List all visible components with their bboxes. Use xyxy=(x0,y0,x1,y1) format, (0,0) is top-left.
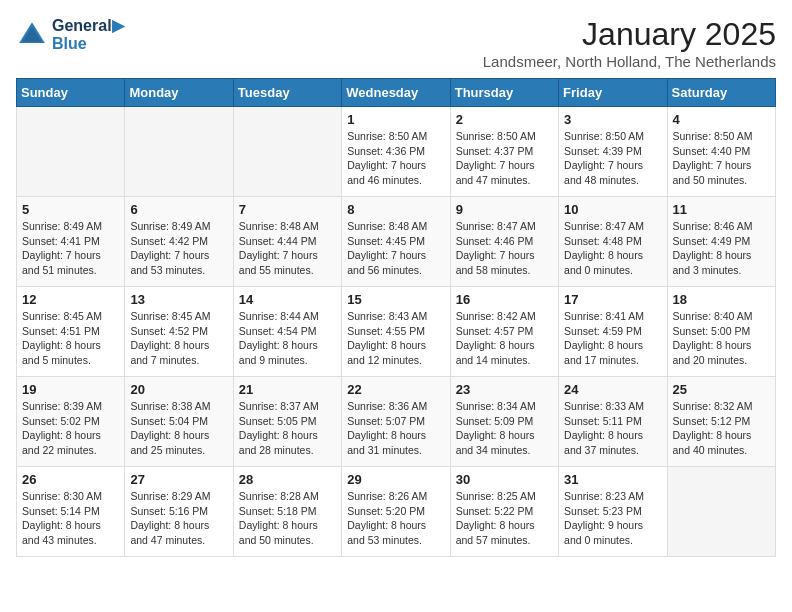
day-info: Sunrise: 8:45 AM Sunset: 4:52 PM Dayligh… xyxy=(130,309,227,368)
day-info: Sunrise: 8:38 AM Sunset: 5:04 PM Dayligh… xyxy=(130,399,227,458)
week-row-4: 19Sunrise: 8:39 AM Sunset: 5:02 PM Dayli… xyxy=(17,377,776,467)
day-number: 2 xyxy=(456,112,553,127)
calendar-cell: 25Sunrise: 8:32 AM Sunset: 5:12 PM Dayli… xyxy=(667,377,775,467)
day-info: Sunrise: 8:26 AM Sunset: 5:20 PM Dayligh… xyxy=(347,489,444,548)
calendar-cell: 31Sunrise: 8:23 AM Sunset: 5:23 PM Dayli… xyxy=(559,467,667,557)
calendar-cell: 20Sunrise: 8:38 AM Sunset: 5:04 PM Dayli… xyxy=(125,377,233,467)
day-number: 14 xyxy=(239,292,336,307)
logo-text: General▶ Blue xyxy=(52,16,124,53)
calendar-cell: 29Sunrise: 8:26 AM Sunset: 5:20 PM Dayli… xyxy=(342,467,450,557)
day-number: 22 xyxy=(347,382,444,397)
day-info: Sunrise: 8:49 AM Sunset: 4:41 PM Dayligh… xyxy=(22,219,119,278)
title-area: January 2025 Landsmeer, North Holland, T… xyxy=(483,16,776,70)
day-number: 1 xyxy=(347,112,444,127)
week-row-2: 5Sunrise: 8:49 AM Sunset: 4:41 PM Daylig… xyxy=(17,197,776,287)
calendar-cell: 16Sunrise: 8:42 AM Sunset: 4:57 PM Dayli… xyxy=(450,287,558,377)
location-subtitle: Landsmeer, North Holland, The Netherland… xyxy=(483,53,776,70)
calendar-cell: 19Sunrise: 8:39 AM Sunset: 5:02 PM Dayli… xyxy=(17,377,125,467)
weekday-header-tuesday: Tuesday xyxy=(233,79,341,107)
week-row-3: 12Sunrise: 8:45 AM Sunset: 4:51 PM Dayli… xyxy=(17,287,776,377)
day-info: Sunrise: 8:33 AM Sunset: 5:11 PM Dayligh… xyxy=(564,399,661,458)
day-number: 31 xyxy=(564,472,661,487)
logo-icon xyxy=(16,19,48,51)
day-info: Sunrise: 8:50 AM Sunset: 4:37 PM Dayligh… xyxy=(456,129,553,188)
day-info: Sunrise: 8:37 AM Sunset: 5:05 PM Dayligh… xyxy=(239,399,336,458)
day-number: 20 xyxy=(130,382,227,397)
day-info: Sunrise: 8:32 AM Sunset: 5:12 PM Dayligh… xyxy=(673,399,770,458)
month-title: January 2025 xyxy=(483,16,776,53)
day-number: 7 xyxy=(239,202,336,217)
calendar-cell xyxy=(17,107,125,197)
day-number: 24 xyxy=(564,382,661,397)
day-number: 5 xyxy=(22,202,119,217)
calendar-cell: 8Sunrise: 8:48 AM Sunset: 4:45 PM Daylig… xyxy=(342,197,450,287)
day-info: Sunrise: 8:36 AM Sunset: 5:07 PM Dayligh… xyxy=(347,399,444,458)
calendar-cell: 1Sunrise: 8:50 AM Sunset: 4:36 PM Daylig… xyxy=(342,107,450,197)
weekday-header-sunday: Sunday xyxy=(17,79,125,107)
day-number: 18 xyxy=(673,292,770,307)
day-info: Sunrise: 8:39 AM Sunset: 5:02 PM Dayligh… xyxy=(22,399,119,458)
day-number: 25 xyxy=(673,382,770,397)
day-info: Sunrise: 8:44 AM Sunset: 4:54 PM Dayligh… xyxy=(239,309,336,368)
day-info: Sunrise: 8:23 AM Sunset: 5:23 PM Dayligh… xyxy=(564,489,661,548)
day-number: 17 xyxy=(564,292,661,307)
day-number: 13 xyxy=(130,292,227,307)
day-number: 8 xyxy=(347,202,444,217)
calendar-cell: 2Sunrise: 8:50 AM Sunset: 4:37 PM Daylig… xyxy=(450,107,558,197)
day-info: Sunrise: 8:49 AM Sunset: 4:42 PM Dayligh… xyxy=(130,219,227,278)
day-number: 9 xyxy=(456,202,553,217)
day-number: 23 xyxy=(456,382,553,397)
calendar-cell: 14Sunrise: 8:44 AM Sunset: 4:54 PM Dayli… xyxy=(233,287,341,377)
calendar-cell xyxy=(125,107,233,197)
day-info: Sunrise: 8:42 AM Sunset: 4:57 PM Dayligh… xyxy=(456,309,553,368)
day-info: Sunrise: 8:29 AM Sunset: 5:16 PM Dayligh… xyxy=(130,489,227,548)
calendar-cell: 12Sunrise: 8:45 AM Sunset: 4:51 PM Dayli… xyxy=(17,287,125,377)
day-number: 6 xyxy=(130,202,227,217)
logo: General▶ Blue xyxy=(16,16,124,53)
day-info: Sunrise: 8:40 AM Sunset: 5:00 PM Dayligh… xyxy=(673,309,770,368)
day-info: Sunrise: 8:43 AM Sunset: 4:55 PM Dayligh… xyxy=(347,309,444,368)
day-number: 10 xyxy=(564,202,661,217)
day-number: 4 xyxy=(673,112,770,127)
calendar-cell: 18Sunrise: 8:40 AM Sunset: 5:00 PM Dayli… xyxy=(667,287,775,377)
calendar-cell: 21Sunrise: 8:37 AM Sunset: 5:05 PM Dayli… xyxy=(233,377,341,467)
calendar-cell: 28Sunrise: 8:28 AM Sunset: 5:18 PM Dayli… xyxy=(233,467,341,557)
calendar-cell: 17Sunrise: 8:41 AM Sunset: 4:59 PM Dayli… xyxy=(559,287,667,377)
day-info: Sunrise: 8:46 AM Sunset: 4:49 PM Dayligh… xyxy=(673,219,770,278)
day-info: Sunrise: 8:47 AM Sunset: 4:46 PM Dayligh… xyxy=(456,219,553,278)
day-info: Sunrise: 8:25 AM Sunset: 5:22 PM Dayligh… xyxy=(456,489,553,548)
day-info: Sunrise: 8:48 AM Sunset: 4:44 PM Dayligh… xyxy=(239,219,336,278)
day-number: 28 xyxy=(239,472,336,487)
calendar-cell: 13Sunrise: 8:45 AM Sunset: 4:52 PM Dayli… xyxy=(125,287,233,377)
day-info: Sunrise: 8:50 AM Sunset: 4:36 PM Dayligh… xyxy=(347,129,444,188)
calendar-cell xyxy=(233,107,341,197)
day-number: 11 xyxy=(673,202,770,217)
day-number: 29 xyxy=(347,472,444,487)
calendar-cell: 10Sunrise: 8:47 AM Sunset: 4:48 PM Dayli… xyxy=(559,197,667,287)
day-info: Sunrise: 8:50 AM Sunset: 4:40 PM Dayligh… xyxy=(673,129,770,188)
day-number: 21 xyxy=(239,382,336,397)
week-row-1: 1Sunrise: 8:50 AM Sunset: 4:36 PM Daylig… xyxy=(17,107,776,197)
calendar-cell: 30Sunrise: 8:25 AM Sunset: 5:22 PM Dayli… xyxy=(450,467,558,557)
day-number: 16 xyxy=(456,292,553,307)
calendar-cell: 11Sunrise: 8:46 AM Sunset: 4:49 PM Dayli… xyxy=(667,197,775,287)
day-info: Sunrise: 8:30 AM Sunset: 5:14 PM Dayligh… xyxy=(22,489,119,548)
weekday-header-friday: Friday xyxy=(559,79,667,107)
calendar-cell: 9Sunrise: 8:47 AM Sunset: 4:46 PM Daylig… xyxy=(450,197,558,287)
calendar-table: SundayMondayTuesdayWednesdayThursdayFrid… xyxy=(16,78,776,557)
weekday-header-wednesday: Wednesday xyxy=(342,79,450,107)
day-number: 3 xyxy=(564,112,661,127)
day-number: 12 xyxy=(22,292,119,307)
calendar-cell xyxy=(667,467,775,557)
calendar-cell: 22Sunrise: 8:36 AM Sunset: 5:07 PM Dayli… xyxy=(342,377,450,467)
day-info: Sunrise: 8:41 AM Sunset: 4:59 PM Dayligh… xyxy=(564,309,661,368)
weekday-header-monday: Monday xyxy=(125,79,233,107)
calendar-cell: 15Sunrise: 8:43 AM Sunset: 4:55 PM Dayli… xyxy=(342,287,450,377)
day-info: Sunrise: 8:48 AM Sunset: 4:45 PM Dayligh… xyxy=(347,219,444,278)
day-info: Sunrise: 8:34 AM Sunset: 5:09 PM Dayligh… xyxy=(456,399,553,458)
day-number: 19 xyxy=(22,382,119,397)
week-row-5: 26Sunrise: 8:30 AM Sunset: 5:14 PM Dayli… xyxy=(17,467,776,557)
weekday-header-row: SundayMondayTuesdayWednesdayThursdayFrid… xyxy=(17,79,776,107)
calendar-cell: 24Sunrise: 8:33 AM Sunset: 5:11 PM Dayli… xyxy=(559,377,667,467)
day-number: 30 xyxy=(456,472,553,487)
